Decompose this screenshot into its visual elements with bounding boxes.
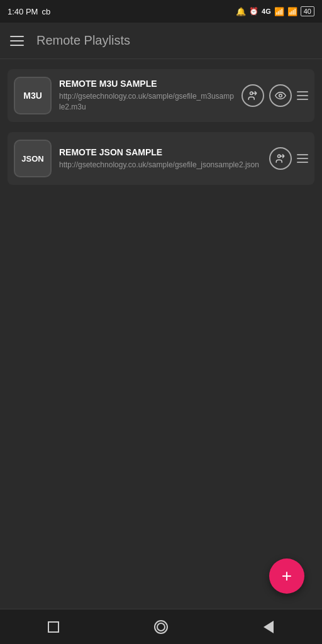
stop-icon	[48, 621, 59, 633]
playlist-logo-m3u: M3U	[14, 77, 52, 114]
playlist-name-m3u: REMOTE M3U SAMPLE	[59, 79, 234, 89]
playlist-url-json: http://gsetechnology.co.uk/sample/gsefil…	[59, 160, 262, 170]
bottom-nav	[0, 609, 322, 644]
eye-button-m3u[interactable]	[269, 84, 292, 107]
status-left: 1:40 PM cb	[8, 7, 50, 16]
wifi-icon: 📶	[287, 7, 297, 16]
status-time: 1:40 PM	[8, 7, 38, 16]
playlist-actions-m3u	[242, 84, 308, 107]
clock-icon: ⏰	[249, 7, 258, 16]
share-button-m3u[interactable]	[242, 84, 264, 107]
playlist-actions-json	[269, 147, 308, 170]
home-icon	[154, 620, 168, 634]
status-bar: 1:40 PM cb 🔔 ⏰ 4G 📶 📶 40	[0, 0, 322, 23]
back-icon	[264, 621, 274, 633]
stop-button[interactable]	[41, 614, 66, 640]
status-carrier: cb	[42, 7, 50, 16]
add-playlist-fab[interactable]: +	[269, 558, 304, 594]
back-button[interactable]	[256, 614, 281, 640]
playlist-url-m3u: http://gsetechnology.co.uk/sample/gsefil…	[59, 91, 234, 113]
signal-icon: 📶	[274, 7, 284, 16]
playlist-item-json: JSON REMOTE JSON SAMPLE http://gsetechno…	[8, 132, 314, 185]
playlist-name-json: REMOTE JSON SAMPLE	[59, 147, 262, 157]
playlist-info-json: REMOTE JSON SAMPLE http://gsetechnology.…	[59, 147, 262, 170]
content-area: M3U REMOTE M3U SAMPLE http://gsetechnolo…	[0, 59, 322, 609]
battery-icon: 40	[301, 6, 314, 16]
playlist-info-m3u: REMOTE M3U SAMPLE http://gsetechnology.c…	[59, 79, 234, 113]
hamburger-menu-icon[interactable]	[10, 36, 24, 46]
more-menu-json[interactable]	[297, 154, 308, 163]
playlist-logo-json: JSON	[14, 140, 52, 177]
network-icon: 4G	[262, 8, 271, 15]
svg-point-1	[279, 94, 282, 97]
more-menu-m3u[interactable]	[297, 91, 308, 100]
share-button-json[interactable]	[269, 147, 292, 170]
status-right: 🔔 ⏰ 4G 📶 📶 40	[236, 6, 314, 16]
page-title: Remote Playlists	[36, 33, 130, 48]
app-bar: Remote Playlists	[0, 23, 322, 59]
home-button[interactable]	[148, 614, 174, 640]
alarm-icon: 🔔	[236, 7, 246, 16]
playlist-item-m3u: M3U REMOTE M3U SAMPLE http://gsetechnolo…	[8, 69, 314, 122]
